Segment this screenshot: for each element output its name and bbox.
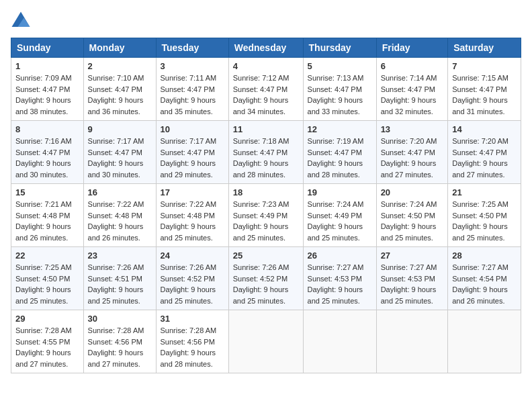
day-number: 12 xyxy=(308,124,372,134)
calendar-cell: 9 Sunrise: 7:17 AM Sunset: 4:47 PM Dayli… xyxy=(83,121,156,184)
day-info: Sunrise: 7:20 AM Sunset: 4:47 PM Dayligh… xyxy=(452,136,517,180)
day-info: Sunrise: 7:09 AM Sunset: 4:47 PM Dayligh… xyxy=(15,73,79,117)
calendar-cell xyxy=(303,310,376,373)
calendar-week-1: 1 Sunrise: 7:09 AM Sunset: 4:47 PM Dayli… xyxy=(11,58,521,121)
day-number: 20 xyxy=(381,187,444,197)
day-info: Sunrise: 7:10 AM Sunset: 4:47 PM Dayligh… xyxy=(88,73,152,117)
day-info: Sunrise: 7:15 AM Sunset: 4:47 PM Dayligh… xyxy=(452,73,517,117)
day-info: Sunrise: 7:18 AM Sunset: 4:47 PM Dayligh… xyxy=(233,136,299,180)
day-info: Sunrise: 7:12 AM Sunset: 4:47 PM Dayligh… xyxy=(233,73,299,117)
calendar-cell: 5 Sunrise: 7:13 AM Sunset: 4:47 PM Dayli… xyxy=(303,58,376,121)
col-header-wednesday: Wednesday xyxy=(228,38,303,58)
calendar-cell: 28 Sunrise: 7:27 AM Sunset: 4:54 PM Dayl… xyxy=(448,247,521,310)
col-header-thursday: Thursday xyxy=(303,38,376,58)
day-info: Sunrise: 7:28 AM Sunset: 4:55 PM Dayligh… xyxy=(15,325,79,369)
day-number: 18 xyxy=(233,187,299,197)
day-info: Sunrise: 7:17 AM Sunset: 4:47 PM Dayligh… xyxy=(88,136,152,180)
day-number: 13 xyxy=(381,124,444,134)
calendar-cell: 19 Sunrise: 7:24 AM Sunset: 4:49 PM Dayl… xyxy=(303,184,376,247)
calendar-cell: 30 Sunrise: 7:28 AM Sunset: 4:56 PM Dayl… xyxy=(83,310,156,373)
day-info: Sunrise: 7:24 AM Sunset: 4:50 PM Dayligh… xyxy=(381,199,444,243)
calendar-cell: 17 Sunrise: 7:22 AM Sunset: 4:48 PM Dayl… xyxy=(156,184,228,247)
day-number: 28 xyxy=(452,250,517,261)
day-info: Sunrise: 7:24 AM Sunset: 4:49 PM Dayligh… xyxy=(308,199,372,243)
calendar-cell: 12 Sunrise: 7:19 AM Sunset: 4:47 PM Dayl… xyxy=(303,121,376,184)
calendar-cell: 24 Sunrise: 7:26 AM Sunset: 4:52 PM Dayl… xyxy=(156,247,228,310)
calendar-cell: 25 Sunrise: 7:26 AM Sunset: 4:52 PM Dayl… xyxy=(228,247,303,310)
calendar-cell: 23 Sunrise: 7:26 AM Sunset: 4:51 PM Dayl… xyxy=(83,247,156,310)
calendar-week-4: 22 Sunrise: 7:25 AM Sunset: 4:50 PM Dayl… xyxy=(11,247,521,310)
day-number: 8 xyxy=(15,124,79,134)
day-info: Sunrise: 7:22 AM Sunset: 4:48 PM Dayligh… xyxy=(161,199,224,243)
day-info: Sunrise: 7:26 AM Sunset: 4:52 PM Dayligh… xyxy=(233,262,299,306)
col-header-saturday: Saturday xyxy=(448,38,521,58)
day-number: 5 xyxy=(308,61,372,71)
logo-icon xyxy=(11,11,31,31)
calendar-cell: 31 Sunrise: 7:28 AM Sunset: 4:56 PM Dayl… xyxy=(156,310,228,373)
day-number: 22 xyxy=(15,250,79,261)
day-number: 14 xyxy=(452,124,517,134)
calendar-cell: 7 Sunrise: 7:15 AM Sunset: 4:47 PM Dayli… xyxy=(448,58,521,121)
calendar-cell: 27 Sunrise: 7:27 AM Sunset: 4:53 PM Dayl… xyxy=(376,247,448,310)
day-info: Sunrise: 7:21 AM Sunset: 4:48 PM Dayligh… xyxy=(15,199,79,243)
calendar-cell xyxy=(448,310,521,373)
day-info: Sunrise: 7:25 AM Sunset: 4:50 PM Dayligh… xyxy=(452,199,517,243)
day-number: 6 xyxy=(381,61,444,71)
day-info: Sunrise: 7:14 AM Sunset: 4:47 PM Dayligh… xyxy=(381,73,444,117)
day-number: 29 xyxy=(15,314,79,324)
day-number: 3 xyxy=(161,61,224,71)
calendar-cell xyxy=(228,310,303,373)
calendar-cell: 8 Sunrise: 7:16 AM Sunset: 4:47 PM Dayli… xyxy=(11,121,84,184)
day-info: Sunrise: 7:26 AM Sunset: 4:51 PM Dayligh… xyxy=(88,262,152,306)
calendar-week-5: 29 Sunrise: 7:28 AM Sunset: 4:55 PM Dayl… xyxy=(11,310,521,373)
calendar-cell: 18 Sunrise: 7:23 AM Sunset: 4:49 PM Dayl… xyxy=(228,184,303,247)
day-number: 2 xyxy=(88,61,152,71)
calendar-cell: 6 Sunrise: 7:14 AM Sunset: 4:47 PM Dayli… xyxy=(376,58,448,121)
col-header-sunday: Sunday xyxy=(11,38,84,58)
calendar-header-row: SundayMondayTuesdayWednesdayThursdayFrid… xyxy=(11,38,521,58)
day-number: 24 xyxy=(161,250,224,261)
day-info: Sunrise: 7:20 AM Sunset: 4:47 PM Dayligh… xyxy=(381,136,444,180)
calendar-cell: 22 Sunrise: 7:25 AM Sunset: 4:50 PM Dayl… xyxy=(11,247,84,310)
calendar-week-2: 8 Sunrise: 7:16 AM Sunset: 4:47 PM Dayli… xyxy=(11,121,521,184)
day-number: 31 xyxy=(161,314,224,324)
calendar-cell: 14 Sunrise: 7:20 AM Sunset: 4:47 PM Dayl… xyxy=(448,121,521,184)
calendar-week-3: 15 Sunrise: 7:21 AM Sunset: 4:48 PM Dayl… xyxy=(11,184,521,247)
calendar-cell: 26 Sunrise: 7:27 AM Sunset: 4:53 PM Dayl… xyxy=(303,247,376,310)
calendar-cell: 1 Sunrise: 7:09 AM Sunset: 4:47 PM Dayli… xyxy=(11,58,84,121)
day-number: 15 xyxy=(15,187,79,197)
calendar-cell: 10 Sunrise: 7:17 AM Sunset: 4:47 PM Dayl… xyxy=(156,121,228,184)
calendar-table: SundayMondayTuesdayWednesdayThursdayFrid… xyxy=(11,38,521,373)
day-info: Sunrise: 7:13 AM Sunset: 4:47 PM Dayligh… xyxy=(308,73,372,117)
calendar-cell: 2 Sunrise: 7:10 AM Sunset: 4:47 PM Dayli… xyxy=(83,58,156,121)
calendar-cell: 16 Sunrise: 7:22 AM Sunset: 4:48 PM Dayl… xyxy=(83,184,156,247)
day-info: Sunrise: 7:17 AM Sunset: 4:47 PM Dayligh… xyxy=(161,136,224,180)
day-number: 16 xyxy=(88,187,152,197)
day-info: Sunrise: 7:22 AM Sunset: 4:48 PM Dayligh… xyxy=(88,199,152,243)
calendar-cell: 11 Sunrise: 7:18 AM Sunset: 4:47 PM Dayl… xyxy=(228,121,303,184)
day-number: 19 xyxy=(308,187,372,197)
day-info: Sunrise: 7:28 AM Sunset: 4:56 PM Dayligh… xyxy=(88,325,152,369)
calendar-cell: 13 Sunrise: 7:20 AM Sunset: 4:47 PM Dayl… xyxy=(376,121,448,184)
day-number: 23 xyxy=(88,250,152,261)
calendar-cell: 20 Sunrise: 7:24 AM Sunset: 4:50 PM Dayl… xyxy=(376,184,448,247)
calendar-cell: 15 Sunrise: 7:21 AM Sunset: 4:48 PM Dayl… xyxy=(11,184,84,247)
calendar-cell xyxy=(376,310,448,373)
col-header-monday: Monday xyxy=(83,38,156,58)
day-info: Sunrise: 7:25 AM Sunset: 4:50 PM Dayligh… xyxy=(15,262,79,306)
day-number: 21 xyxy=(452,187,517,197)
day-number: 10 xyxy=(161,124,224,134)
calendar-cell: 4 Sunrise: 7:12 AM Sunset: 4:47 PM Dayli… xyxy=(228,58,303,121)
col-header-friday: Friday xyxy=(376,38,448,58)
day-number: 9 xyxy=(88,124,152,134)
day-info: Sunrise: 7:11 AM Sunset: 4:47 PM Dayligh… xyxy=(161,73,224,117)
day-number: 4 xyxy=(233,61,299,71)
day-number: 27 xyxy=(381,250,444,261)
calendar-cell: 29 Sunrise: 7:28 AM Sunset: 4:55 PM Dayl… xyxy=(11,310,84,373)
calendar-cell: 21 Sunrise: 7:25 AM Sunset: 4:50 PM Dayl… xyxy=(448,184,521,247)
day-info: Sunrise: 7:27 AM Sunset: 4:53 PM Dayligh… xyxy=(381,262,444,306)
day-number: 1 xyxy=(15,61,79,71)
day-number: 17 xyxy=(161,187,224,197)
day-number: 25 xyxy=(233,250,299,261)
day-number: 26 xyxy=(308,250,372,261)
